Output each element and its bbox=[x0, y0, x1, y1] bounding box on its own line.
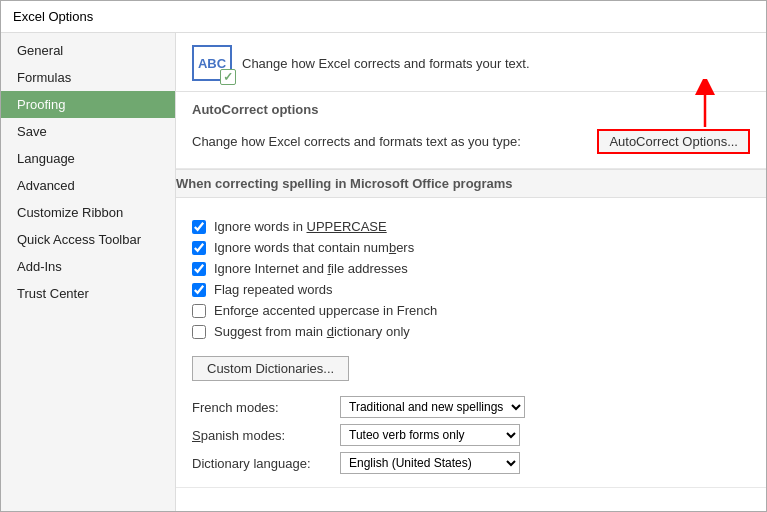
label-uppercase[interactable]: Ignore words in UPPERCASE bbox=[214, 219, 387, 234]
sidebar-item-add-ins[interactable]: Add-Ins bbox=[1, 253, 175, 280]
dropdown-french-modes[interactable]: Traditional and new spellings Traditiona… bbox=[340, 396, 525, 418]
abc-label: ABC bbox=[198, 56, 226, 71]
red-arrow-annotation bbox=[695, 79, 715, 129]
checkbox-row-uppercase: Ignore words in UPPERCASE bbox=[192, 216, 750, 237]
label-suggest[interactable]: Suggest from main dictionary only bbox=[214, 324, 410, 339]
dropdown-label-spanish: Spanish modes: bbox=[192, 428, 332, 443]
excel-options-window: Excel Options GeneralFormulasProofingSav… bbox=[0, 0, 767, 512]
dropdown-row-french: French modes: Traditional and new spelli… bbox=[192, 393, 750, 421]
spelling-section-label: When correcting spelling in Microsoft Of… bbox=[176, 176, 513, 191]
label-internet[interactable]: Ignore Internet and file addresses bbox=[214, 261, 408, 276]
sidebar-item-quick-access-toolbar[interactable]: Quick Access Toolbar bbox=[1, 226, 175, 253]
autocorrect-row-label: Change how Excel corrects and formats te… bbox=[192, 134, 521, 149]
checkbox-row-repeated: Flag repeated words bbox=[192, 279, 750, 300]
autocorrect-section-title: AutoCorrect options bbox=[192, 102, 750, 117]
sidebar-item-save[interactable]: Save bbox=[1, 118, 175, 145]
autocorrect-options-button[interactable]: AutoCorrect Options... bbox=[597, 129, 750, 154]
abc-icon: ABC bbox=[192, 45, 232, 81]
sidebar-item-advanced[interactable]: Advanced bbox=[1, 172, 175, 199]
autocorrect-row: Change how Excel corrects and formats te… bbox=[192, 125, 750, 158]
checkbox-uppercase[interactable] bbox=[192, 220, 206, 234]
checkbox-french[interactable] bbox=[192, 304, 206, 318]
arrow-svg bbox=[695, 79, 715, 129]
sidebar-item-formulas[interactable]: Formulas bbox=[1, 64, 175, 91]
dropdown-label-dict-lang: Dictionary language: bbox=[192, 456, 332, 471]
label-repeated[interactable]: Flag repeated words bbox=[214, 282, 333, 297]
checkbox-row-numbers: Ignore words that contain numbers bbox=[192, 237, 750, 258]
main-panel: ABC Change how Excel corrects and format… bbox=[176, 33, 766, 511]
autocorrect-section: AutoCorrect options Change how Excel cor… bbox=[176, 92, 766, 169]
checkbox-row-suggest: Suggest from main dictionary only bbox=[192, 321, 750, 342]
title-bar: Excel Options bbox=[1, 1, 766, 33]
sidebar-item-language[interactable]: Language bbox=[1, 145, 175, 172]
checkbox-list: Ignore words in UPPERCASE Ignore words t… bbox=[192, 208, 750, 350]
sidebar-item-proofing[interactable]: Proofing bbox=[1, 91, 175, 118]
spelling-section: Ignore words in UPPERCASE Ignore words t… bbox=[176, 198, 766, 488]
custom-dictionaries-button[interactable]: Custom Dictionaries... bbox=[192, 356, 349, 381]
dropdown-row-spanish: Spanish modes: Tuteo verb forms only Vos… bbox=[192, 421, 750, 449]
sidebar-item-customize-ribbon[interactable]: Customize Ribbon bbox=[1, 199, 175, 226]
panel-header: ABC Change how Excel corrects and format… bbox=[176, 33, 766, 92]
checkbox-row-internet: Ignore Internet and file addresses bbox=[192, 258, 750, 279]
dropdown-dictionary-language[interactable]: English (United States) English (United … bbox=[340, 452, 520, 474]
sidebar-item-general[interactable]: General bbox=[1, 37, 175, 64]
panel-header-text: Change how Excel corrects and formats yo… bbox=[242, 56, 530, 71]
label-numbers[interactable]: Ignore words that contain numbers bbox=[214, 240, 414, 255]
spelling-section-title: When correcting spelling in Microsoft Of… bbox=[176, 169, 766, 198]
window-title: Excel Options bbox=[13, 9, 93, 24]
dropdown-label-french: French modes: bbox=[192, 400, 332, 415]
content-area: GeneralFormulasProofingSaveLanguageAdvan… bbox=[1, 33, 766, 511]
checkbox-repeated[interactable] bbox=[192, 283, 206, 297]
sidebar: GeneralFormulasProofingSaveLanguageAdvan… bbox=[1, 33, 176, 511]
checkbox-numbers[interactable] bbox=[192, 241, 206, 255]
dropdown-row-dict-lang: Dictionary language: English (United Sta… bbox=[192, 449, 750, 477]
dropdown-spanish-modes[interactable]: Tuteo verb forms only Voseo verb forms o… bbox=[340, 424, 520, 446]
checkbox-internet[interactable] bbox=[192, 262, 206, 276]
sidebar-item-trust-center[interactable]: Trust Center bbox=[1, 280, 175, 307]
label-french[interactable]: Enforce accented uppercase in French bbox=[214, 303, 437, 318]
checkbox-row-french: Enforce accented uppercase in French bbox=[192, 300, 750, 321]
checkbox-suggest[interactable] bbox=[192, 325, 206, 339]
